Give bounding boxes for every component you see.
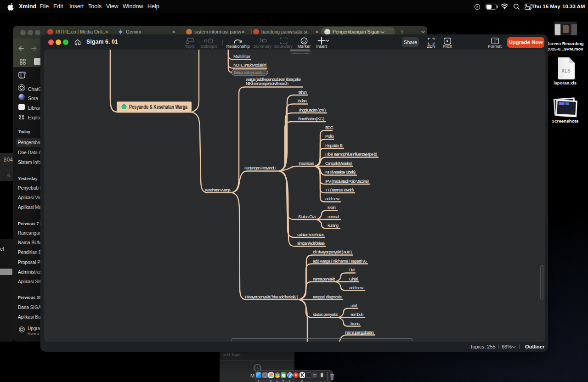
svg-text:Multifilter: Multifilter [233, 54, 250, 59]
svg-text:tanggal diagnosis: tanggal diagnosis [313, 294, 342, 299]
svg-text:IPV (Inactivated Polio Vaccine: IPV (Inactivated Polio Vaccine) [325, 179, 369, 184]
svg-text:add new: add new [325, 196, 339, 201]
svg-text:NIK/nama seperti di v6 search: NIK/nama seperti di v6 search [246, 81, 288, 86]
svg-text:add new: add new [349, 285, 363, 290]
svg-text:Ginjal: Ginjal [349, 276, 358, 281]
svg-text:XLS: XLS [561, 68, 571, 73]
svg-text:Berat Badan ( KG ): Berat Badan ( KG ) [298, 116, 324, 121]
svg-text:kurang: kurang [328, 223, 339, 228]
svg-text:Kesehatan Warga: Kesehatan Warga [205, 187, 231, 192]
svg-text:Riwayat penyakit ( bisa add be: Riwayat penyakit ( bisa add berkali2 ) [245, 294, 298, 299]
svg-text:nama pengobatan: nama pengobatan [345, 330, 374, 335]
svg-text:DM: DM [349, 267, 355, 272]
svg-text:Kunjungan Posyandu: Kunjungan Posyandu [244, 165, 276, 170]
svg-text:Status Gizi: Status Gizi [298, 214, 316, 219]
svg-text:NOTE untuk Module ini: NOTE untuk Module ini [233, 62, 266, 67]
svg-text:Hib (Haemophilus influenzae ti: Hib (Haemophilus influenzae tipe b) [325, 152, 377, 157]
svg-text:TT (Tetanus Toxoid): TT (Tetanus Toxoid) [325, 187, 354, 192]
svg-text:Polio: Polio [325, 134, 334, 139]
svg-text:Campak (Measles): Campak (Measles) [325, 161, 352, 166]
svg-text:Tahun: Tahun [298, 90, 307, 95]
svg-text:aktif: aktif [351, 303, 357, 308]
svg-text:Tinggi Badan ( cm ): Tinggi Badan ( cm ) [298, 107, 326, 112]
svg-text:Posyandu & Kesehatan Warga: Posyandu & Kesehatan Warga [129, 104, 187, 110]
svg-text:MR (Measles-Rubella): MR (Measles-Rubella) [325, 169, 356, 174]
svg-text:normal: normal [328, 214, 339, 219]
svg-text:Hepatitis B: Hepatitis B [325, 143, 343, 148]
svg-text:simpan/edit/delete: simpan/edit/delete [297, 241, 325, 246]
svg-text:BCG: BCG [325, 125, 334, 130]
svg-text:catatan kesehatan: catatan kesehatan [297, 232, 324, 237]
svg-text:Id Riwayat penyakit ( auto ): Id Riwayat penyakit ( auto ) [313, 249, 352, 254]
svg-text:add warga ( nik/nama ) seperti: add warga ( nik/nama ) seperti v6 [313, 258, 367, 264]
svg-text:lebih: lebih [328, 205, 336, 210]
svg-text:nama penyakit: nama penyakit [313, 276, 335, 281]
svg-text:Imunisasi: Imunisasi [299, 161, 314, 166]
svg-text:Semua add nya adala....: Semua add nya adala.... [234, 70, 266, 75]
svg-text:status penyakit: status penyakit [313, 312, 338, 317]
svg-text:sembuh: sembuh [351, 312, 363, 317]
svg-text:Bulan: Bulan [298, 98, 307, 103]
svg-text:kronis: kronis [351, 321, 360, 326]
